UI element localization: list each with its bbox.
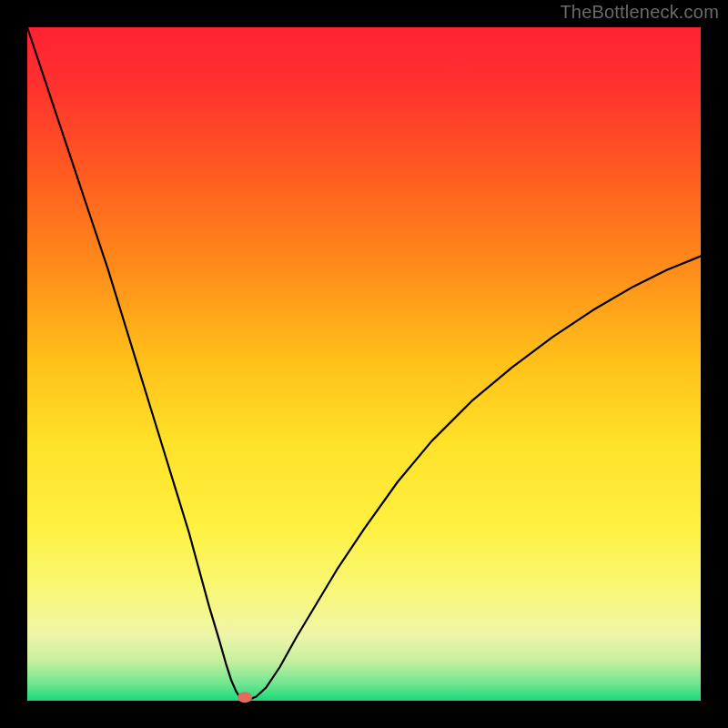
bottleneck-chart	[0, 0, 728, 728]
chart-frame: TheBottleneck.com	[0, 0, 728, 728]
minimum-marker	[238, 692, 252, 703]
watermark-text: TheBottleneck.com	[560, 2, 719, 23]
plot-background	[27, 27, 701, 701]
